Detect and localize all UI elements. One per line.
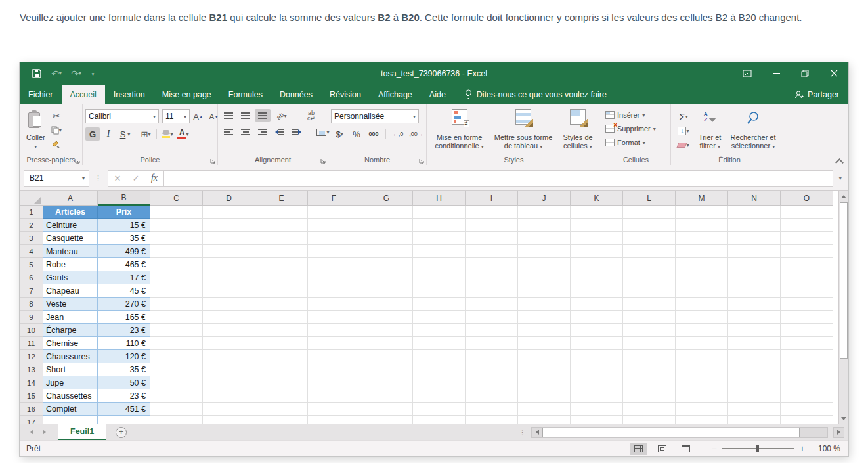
cell-M17[interactable] [676,416,728,424]
cell-A1[interactable]: Articles [43,206,98,219]
cell-C4[interactable] [150,245,203,258]
format-as-table-button[interactable]: Mettre sous formede tableau ▾ [490,106,557,154]
column-header-I[interactable]: I [466,191,518,206]
align-left-icon[interactable] [221,125,236,139]
cell-L1[interactable] [623,206,676,219]
cell-G2[interactable] [360,219,413,232]
cell-H9[interactable] [413,311,466,324]
cell-A17[interactable] [43,416,98,424]
column-header-N[interactable]: N [728,191,781,206]
fill-button[interactable]: ↓▾ [674,124,693,137]
cell-E2[interactable] [255,219,308,232]
cell-F2[interactable] [308,219,360,232]
cell-I16[interactable] [466,403,518,416]
cell-O12[interactable] [781,350,833,363]
dialog-launcher-icon[interactable] [75,158,80,164]
cell-C13[interactable] [150,363,203,376]
cell-B8[interactable]: 270 € [98,298,150,311]
cell-B16[interactable]: 451 € [98,403,150,416]
cell-N13[interactable] [728,363,781,376]
cell-I9[interactable] [466,311,518,324]
cell-A4[interactable]: Manteau [43,245,98,258]
cell-B11[interactable]: 110 € [98,337,150,350]
cell-K14[interactable] [571,376,623,389]
cell-C3[interactable] [150,232,203,245]
cell-K9[interactable] [571,311,623,324]
cell-H15[interactable] [413,389,466,403]
cell-E8[interactable] [255,298,308,311]
cell-L11[interactable] [623,337,676,350]
accounting-format-icon[interactable]: $▾ [331,127,348,141]
row-header-8[interactable]: 8 [20,298,43,311]
font-color-icon[interactable]: A▾ [176,127,190,141]
cell-I7[interactable] [466,284,518,298]
cell-N8[interactable] [728,298,781,311]
cell-F12[interactable] [308,350,360,363]
customize-qat-icon[interactable]: ▾ [91,72,95,76]
cell-C6[interactable] [150,271,203,284]
cell-O7[interactable] [781,284,833,298]
copy-icon[interactable]: ▾ [49,123,64,137]
cell-L15[interactable] [623,389,676,403]
cell-L12[interactable] [623,350,676,363]
cell-B1[interactable]: Prix [98,206,150,219]
cell-E15[interactable] [255,389,308,403]
cell-M12[interactable] [676,350,728,363]
cell-C7[interactable] [150,284,203,298]
cell-H11[interactable] [413,337,466,350]
cell-D17[interactable] [203,416,255,424]
cell-O15[interactable] [781,389,833,403]
italic-button[interactable]: I [101,127,116,141]
insert-cells-button[interactable]: Insérer▾ [604,108,646,121]
tab-données[interactable]: Données [271,85,321,104]
underline-button[interactable]: S▾ [117,127,131,141]
cell-H16[interactable] [413,403,466,416]
cell-A6[interactable]: Gants [43,271,98,284]
cell-N12[interactable] [728,350,781,363]
decrease-indent-icon[interactable] [272,125,288,139]
column-header-K[interactable]: K [571,191,623,206]
cell-M11[interactable] [676,337,728,350]
cell-H13[interactable] [413,363,466,376]
cell-K1[interactable] [571,206,623,219]
normal-view-icon[interactable] [630,443,647,455]
cell-J7[interactable] [518,284,571,298]
row-header-5[interactable]: 5 [20,258,43,271]
cell-B5[interactable]: 465 € [98,258,150,271]
cell-M10[interactable] [676,324,728,337]
collapse-ribbon-icon[interactable] [836,158,843,162]
share-button[interactable]: Partager [794,90,848,104]
cell-N3[interactable] [728,232,781,245]
expand-formula-bar-icon[interactable]: ▾ [836,175,844,181]
cell-C10[interactable] [150,324,203,337]
cell-B9[interactable]: 165 € [98,311,150,324]
column-header-M[interactable]: M [676,191,728,206]
cell-B10[interactable]: 23 € [98,324,150,337]
align-top-icon[interactable] [221,109,236,122]
cell-H4[interactable] [413,245,466,258]
insert-function-icon[interactable]: fx [145,173,163,183]
cell-H3[interactable] [413,232,466,245]
cell-K3[interactable] [571,232,623,245]
cell-M13[interactable] [676,363,728,376]
cell-E1[interactable] [255,206,308,219]
vertical-scrollbar[interactable] [838,191,848,424]
tab-révision[interactable]: Révision [321,85,370,104]
cell-L6[interactable] [623,271,676,284]
restore-icon[interactable] [791,62,819,84]
cell-I5[interactable] [466,258,518,271]
scroll-down-icon[interactable] [839,413,848,424]
cell-E17[interactable] [255,416,308,424]
tab-fichier[interactable]: Fichier [20,85,62,104]
cell-E10[interactable] [255,324,308,337]
cell-L17[interactable] [623,416,676,424]
cell-H1[interactable] [413,206,466,219]
cell-G17[interactable] [360,416,413,424]
cell-A7[interactable]: Chapeau [43,284,98,298]
cell-E6[interactable] [255,271,308,284]
column-header-G[interactable]: G [360,191,413,206]
cell-B15[interactable]: 23 € [98,389,150,403]
cell-O14[interactable] [781,376,833,389]
cell-E3[interactable] [255,232,308,245]
borders-icon[interactable]: ⊞▾ [139,127,153,141]
